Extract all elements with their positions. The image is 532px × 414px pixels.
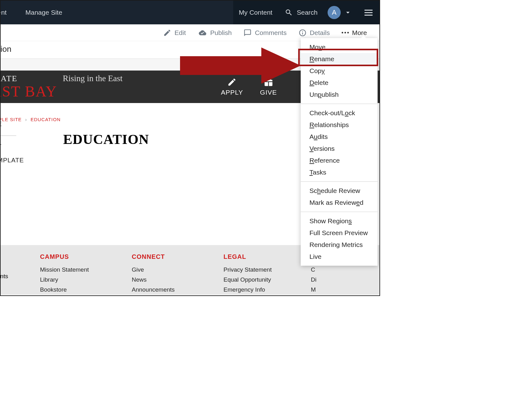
dropdown-item-unpublish[interactable]: Unpublish xyxy=(301,89,378,101)
footer-link[interactable]: Library xyxy=(40,275,109,285)
publish-button[interactable]: Publish xyxy=(198,29,232,37)
hamburger-menu[interactable] xyxy=(364,10,373,16)
apply-label: APPLY xyxy=(221,89,243,96)
comments-label: Comments xyxy=(255,29,287,37)
footer-link[interactable]: Announcements xyxy=(132,285,201,295)
dropdown-item-full-screen-preview[interactable]: Full Screen Preview xyxy=(301,227,378,239)
details-label: Details xyxy=(310,29,330,37)
nav-link-manage-site[interactable]: Manage Site xyxy=(23,9,65,16)
logo-main-text: AST BAY xyxy=(0,83,57,100)
avatar: A xyxy=(328,6,341,19)
footer-link[interactable]: Mission Statement xyxy=(40,265,109,275)
search-button[interactable]: Search xyxy=(285,8,318,17)
more-dropdown: MoveRenameCopyDeleteUnpublish Check-out/… xyxy=(301,38,378,266)
search-label: Search xyxy=(297,9,318,16)
dropdown-item-mark-as-reviewed[interactable]: Mark as Reviewed xyxy=(301,197,378,209)
gift-icon xyxy=(264,77,273,87)
apply-button[interactable]: APPLY xyxy=(221,77,243,96)
dropdown-item-live[interactable]: Live xyxy=(301,251,378,263)
sidebar-fragment-mplate[interactable]: MPLATE xyxy=(0,157,24,164)
dropdown-item-rename[interactable]: Rename xyxy=(301,53,378,65)
sidebar-fragment-t[interactable]: T xyxy=(0,143,2,150)
footer-link[interactable]: Privacy Statement xyxy=(223,265,292,275)
sidebar-divider xyxy=(0,136,16,136)
publish-label: Publish xyxy=(210,29,232,37)
edit-label: Edit xyxy=(174,29,186,37)
comment-icon xyxy=(243,29,252,37)
footer-connect-title: CONNECT xyxy=(132,253,201,260)
dropdown-item-move[interactable]: Move xyxy=(301,41,378,53)
dots-icon xyxy=(342,32,349,33)
footer-link[interactable]: Give xyxy=(132,265,201,275)
edit-button[interactable]: Edit xyxy=(163,29,186,37)
footer-stub: ents xyxy=(0,273,8,280)
dropdown-item-show-regions[interactable]: Show Regions xyxy=(301,215,378,227)
dropdown-item-check-out-lock[interactable]: Check-out/Lock xyxy=(301,107,378,119)
comments-button[interactable]: Comments xyxy=(243,29,287,37)
give-label: GIVE xyxy=(260,89,277,96)
dropdown-item-audits[interactable]: Audits xyxy=(301,131,378,143)
dropdown-item-tasks[interactable]: Tasks xyxy=(301,166,378,178)
search-icon xyxy=(285,8,293,17)
dropdown-item-reference[interactable]: Reference xyxy=(301,155,378,166)
nav-link-my-content[interactable]: My Content xyxy=(236,9,275,16)
logo-top-text: STATE xyxy=(0,74,57,83)
footer-link[interactable]: C xyxy=(311,265,380,275)
account-menu[interactable]: A xyxy=(328,6,352,19)
footer-link[interactable]: News xyxy=(132,275,201,285)
crumb-current: EDUCATION xyxy=(31,117,61,122)
pencil-icon xyxy=(163,29,171,37)
crumb-parent[interactable]: MPLE SITE xyxy=(0,117,22,122)
crumb-separator: › xyxy=(23,117,29,122)
logo-tagline: Rising in the East xyxy=(63,74,123,83)
footer-link[interactable]: Bookstore xyxy=(40,285,109,295)
dropdown-item-delete[interactable]: Delete xyxy=(301,77,378,89)
site-logo[interactable]: STATE AST BAY Rising in the East xyxy=(0,74,123,100)
cloud-check-icon xyxy=(198,29,207,37)
app-topbar: ent Manage Site My Content Search A xyxy=(1,1,379,24)
dropdown-item-versions[interactable]: Versions xyxy=(301,143,378,155)
footer-link[interactable]: Emergency Info xyxy=(223,285,292,295)
dropdown-item-relationships[interactable]: Relationships xyxy=(301,119,378,131)
footer-link[interactable]: Equal Opportunity xyxy=(223,275,292,285)
chevron-down-icon xyxy=(344,8,352,17)
pencil-icon xyxy=(227,77,237,87)
more-label: More xyxy=(352,29,367,37)
footer-link[interactable]: Di xyxy=(311,275,380,285)
more-button[interactable]: More xyxy=(342,29,367,37)
info-icon xyxy=(299,29,307,37)
dropdown-item-copy[interactable]: Copy xyxy=(301,65,378,77)
dropdown-item-rendering-metrics[interactable]: Rendering Metrics xyxy=(301,239,378,251)
footer-link[interactable]: M xyxy=(311,285,380,295)
footer-legal-title: LEGAL xyxy=(223,253,292,260)
dropdown-item-schedule-review[interactable]: Schedule Review xyxy=(301,185,378,197)
footer-campus-title: CAMPUS xyxy=(40,253,109,260)
nav-link-partial[interactable]: ent xyxy=(0,9,9,16)
details-button[interactable]: Details xyxy=(299,29,330,37)
give-button[interactable]: GIVE xyxy=(260,77,277,96)
